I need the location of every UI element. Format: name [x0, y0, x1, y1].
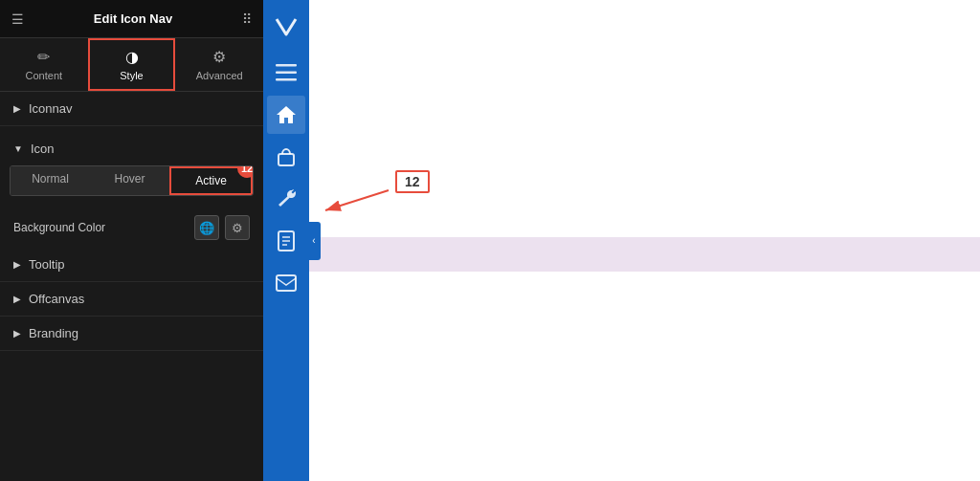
state-tab-hover[interactable]: Hover: [90, 166, 169, 195]
iconnav-arrow: ▶: [13, 103, 21, 114]
main-canvas: 12: [309, 0, 980, 481]
tab-advanced[interactable]: ⚙ Advanced: [175, 38, 263, 91]
svg-rect-1: [276, 72, 297, 75]
icon-arrow: ▼: [13, 143, 23, 154]
content-icon: ✏: [37, 48, 50, 66]
document-svg: [277, 230, 296, 251]
tab-style[interactable]: ◑ Style: [88, 38, 176, 91]
panel-tabs: ✏ Content ◑ Style ⚙ Advanced: [0, 38, 263, 92]
icon-sidebar: ‹: [263, 0, 309, 481]
menu-lines-svg: [276, 64, 297, 81]
tooltip-arrow: ▶: [13, 259, 21, 270]
sidebar-wrench-icon[interactable]: [267, 180, 305, 218]
tooltip-label: Tooltip: [29, 257, 65, 272]
section-offcanvas[interactable]: ▶ Offcanvas: [0, 282, 263, 317]
background-color-row: Background Color 🌐 ⚙: [0, 208, 263, 248]
icon-label: Icon: [31, 142, 55, 156]
svg-rect-2: [276, 78, 297, 81]
svg-marker-3: [277, 106, 296, 123]
icon-section-title[interactable]: ▼ Icon: [0, 136, 263, 165]
annotation-box: 12: [395, 170, 430, 193]
svg-line-11: [325, 190, 389, 210]
panel-content: ▶ Iconnav ▼ Icon Normal Hover Active 12 …: [0, 92, 263, 481]
globe-button[interactable]: 🌐: [194, 215, 219, 240]
brand-logo-svg: [273, 13, 300, 40]
annotation-label: 12: [405, 174, 420, 189]
advanced-icon: ⚙: [212, 48, 226, 66]
iconnav-label: Iconnav: [29, 101, 73, 116]
offcanvas-label: Offcanvas: [29, 292, 84, 306]
bag-svg: [276, 146, 297, 167]
section-icon: ▼ Icon Normal Hover Active 12 Background…: [0, 126, 263, 248]
sidebar-mail-icon[interactable]: [267, 264, 305, 302]
sidebar-document-icon[interactable]: [267, 222, 305, 260]
home-svg: [276, 104, 297, 125]
sidebar-home-icon[interactable]: [267, 96, 305, 134]
collapse-icon: ‹: [312, 235, 315, 246]
left-panel: ☰ Edit Icon Nav ⠿ ✏ Content ◑ Style ⚙ Ad…: [0, 0, 263, 481]
background-color-controls: 🌐 ⚙: [194, 215, 250, 240]
sidebar-menu-icon[interactable]: [267, 54, 305, 92]
svg-rect-0: [276, 64, 297, 67]
svg-rect-4: [278, 154, 294, 165]
background-color-label: Background Color: [13, 221, 105, 234]
settings-icon: ⚙: [232, 221, 243, 235]
section-iconnav[interactable]: ▶ Iconnav: [0, 92, 263, 126]
panel-title: Edit Icon Nav: [94, 11, 172, 26]
branding-arrow: ▶: [13, 328, 21, 339]
section-tooltip[interactable]: ▶ Tooltip: [0, 248, 263, 282]
hamburger-icon[interactable]: ☰: [11, 11, 24, 27]
offcanvas-arrow: ▶: [13, 294, 21, 304]
panel-header: ☰ Edit Icon Nav ⠿: [0, 0, 263, 38]
canvas-highlight-bar: [309, 237, 980, 272]
tab-content[interactable]: ✏ Content: [0, 38, 88, 91]
state-tab-normal[interactable]: Normal: [11, 166, 90, 195]
branding-label: Branding: [29, 326, 78, 340]
sidebar-bag-icon[interactable]: [267, 138, 305, 176]
globe-icon: 🌐: [199, 221, 214, 235]
wrench-svg: [276, 188, 297, 209]
gear-button[interactable]: ⚙: [225, 215, 250, 240]
mail-svg: [276, 274, 297, 292]
style-icon: ◑: [125, 48, 139, 66]
grid-icon[interactable]: ⠿: [242, 11, 252, 27]
svg-rect-9: [277, 275, 296, 291]
brand-logo: [267, 8, 305, 46]
collapse-sidebar-button[interactable]: ‹: [307, 222, 321, 260]
state-tabs: Normal Hover Active 12: [10, 165, 254, 196]
section-branding[interactable]: ▶ Branding: [0, 317, 263, 351]
